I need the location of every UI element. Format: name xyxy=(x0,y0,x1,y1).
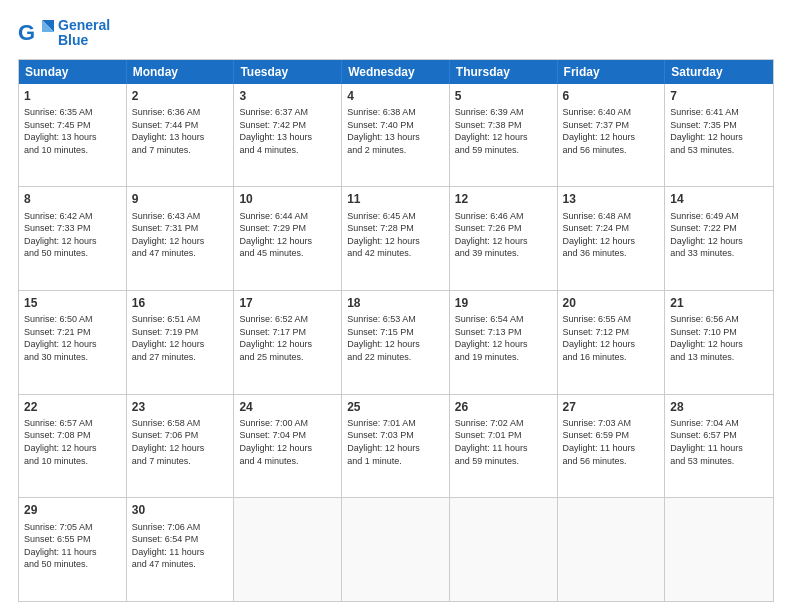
calendar-cell-17: 17Sunrise: 6:52 AM Sunset: 7:17 PM Dayli… xyxy=(234,291,342,394)
day-content: Sunrise: 6:57 AM Sunset: 7:08 PM Dayligh… xyxy=(24,417,121,467)
page: G General Blue SundayMondayTuesdayWednes… xyxy=(0,0,792,612)
calendar-cell-9: 9Sunrise: 6:43 AM Sunset: 7:31 PM Daylig… xyxy=(127,187,235,290)
weekday-header-thursday: Thursday xyxy=(450,60,558,84)
day-content: Sunrise: 6:51 AM Sunset: 7:19 PM Dayligh… xyxy=(132,313,229,363)
calendar-cell-10: 10Sunrise: 6:44 AM Sunset: 7:29 PM Dayli… xyxy=(234,187,342,290)
day-content: Sunrise: 6:50 AM Sunset: 7:21 PM Dayligh… xyxy=(24,313,121,363)
calendar-cell-19: 19Sunrise: 6:54 AM Sunset: 7:13 PM Dayli… xyxy=(450,291,558,394)
calendar-cell-22: 22Sunrise: 6:57 AM Sunset: 7:08 PM Dayli… xyxy=(19,395,127,498)
weekday-header-monday: Monday xyxy=(127,60,235,84)
calendar-cell-empty-4-6 xyxy=(665,498,773,601)
day-number: 8 xyxy=(24,191,121,207)
day-number: 9 xyxy=(132,191,229,207)
day-number: 13 xyxy=(563,191,660,207)
calendar-row-4: 22Sunrise: 6:57 AM Sunset: 7:08 PM Dayli… xyxy=(19,394,773,498)
day-number: 27 xyxy=(563,399,660,415)
day-content: Sunrise: 6:49 AM Sunset: 7:22 PM Dayligh… xyxy=(670,210,768,260)
calendar-cell-7: 7Sunrise: 6:41 AM Sunset: 7:35 PM Daylig… xyxy=(665,84,773,187)
day-content: Sunrise: 7:06 AM Sunset: 6:54 PM Dayligh… xyxy=(132,521,229,571)
header: G General Blue xyxy=(18,18,774,49)
day-number: 12 xyxy=(455,191,552,207)
day-content: Sunrise: 6:58 AM Sunset: 7:06 PM Dayligh… xyxy=(132,417,229,467)
day-content: Sunrise: 6:43 AM Sunset: 7:31 PM Dayligh… xyxy=(132,210,229,260)
day-number: 6 xyxy=(563,88,660,104)
day-number: 29 xyxy=(24,502,121,518)
day-number: 26 xyxy=(455,399,552,415)
calendar-cell-13: 13Sunrise: 6:48 AM Sunset: 7:24 PM Dayli… xyxy=(558,187,666,290)
calendar-row-1: 1Sunrise: 6:35 AM Sunset: 7:45 PM Daylig… xyxy=(19,84,773,187)
calendar-cell-21: 21Sunrise: 6:56 AM Sunset: 7:10 PM Dayli… xyxy=(665,291,773,394)
calendar-cell-5: 5Sunrise: 6:39 AM Sunset: 7:38 PM Daylig… xyxy=(450,84,558,187)
calendar-cell-30: 30Sunrise: 7:06 AM Sunset: 6:54 PM Dayli… xyxy=(127,498,235,601)
weekday-header-friday: Friday xyxy=(558,60,666,84)
day-content: Sunrise: 6:46 AM Sunset: 7:26 PM Dayligh… xyxy=(455,210,552,260)
calendar-cell-empty-4-5 xyxy=(558,498,666,601)
day-content: Sunrise: 6:38 AM Sunset: 7:40 PM Dayligh… xyxy=(347,106,444,156)
day-number: 20 xyxy=(563,295,660,311)
day-content: Sunrise: 6:40 AM Sunset: 7:37 PM Dayligh… xyxy=(563,106,660,156)
day-number: 2 xyxy=(132,88,229,104)
day-content: Sunrise: 7:03 AM Sunset: 6:59 PM Dayligh… xyxy=(563,417,660,467)
day-number: 1 xyxy=(24,88,121,104)
day-number: 28 xyxy=(670,399,768,415)
day-number: 16 xyxy=(132,295,229,311)
calendar-cell-18: 18Sunrise: 6:53 AM Sunset: 7:15 PM Dayli… xyxy=(342,291,450,394)
calendar-cell-empty-4-2 xyxy=(234,498,342,601)
day-content: Sunrise: 7:02 AM Sunset: 7:01 PM Dayligh… xyxy=(455,417,552,467)
calendar-row-5: 29Sunrise: 7:05 AM Sunset: 6:55 PM Dayli… xyxy=(19,497,773,601)
calendar-row-2: 8Sunrise: 6:42 AM Sunset: 7:33 PM Daylig… xyxy=(19,186,773,290)
day-number: 17 xyxy=(239,295,336,311)
day-content: Sunrise: 6:56 AM Sunset: 7:10 PM Dayligh… xyxy=(670,313,768,363)
day-number: 21 xyxy=(670,295,768,311)
day-content: Sunrise: 7:00 AM Sunset: 7:04 PM Dayligh… xyxy=(239,417,336,467)
day-number: 3 xyxy=(239,88,336,104)
calendar: SundayMondayTuesdayWednesdayThursdayFrid… xyxy=(18,59,774,602)
day-number: 22 xyxy=(24,399,121,415)
calendar-cell-23: 23Sunrise: 6:58 AM Sunset: 7:06 PM Dayli… xyxy=(127,395,235,498)
day-content: Sunrise: 7:04 AM Sunset: 6:57 PM Dayligh… xyxy=(670,417,768,467)
day-content: Sunrise: 6:39 AM Sunset: 7:38 PM Dayligh… xyxy=(455,106,552,156)
day-content: Sunrise: 6:53 AM Sunset: 7:15 PM Dayligh… xyxy=(347,313,444,363)
weekday-header-tuesday: Tuesday xyxy=(234,60,342,84)
calendar-cell-27: 27Sunrise: 7:03 AM Sunset: 6:59 PM Dayli… xyxy=(558,395,666,498)
day-number: 19 xyxy=(455,295,552,311)
day-content: Sunrise: 6:37 AM Sunset: 7:42 PM Dayligh… xyxy=(239,106,336,156)
calendar-cell-15: 15Sunrise: 6:50 AM Sunset: 7:21 PM Dayli… xyxy=(19,291,127,394)
logo-svg: G xyxy=(18,18,54,48)
day-content: Sunrise: 6:41 AM Sunset: 7:35 PM Dayligh… xyxy=(670,106,768,156)
weekday-header-saturday: Saturday xyxy=(665,60,773,84)
day-content: Sunrise: 6:54 AM Sunset: 7:13 PM Dayligh… xyxy=(455,313,552,363)
calendar-cell-14: 14Sunrise: 6:49 AM Sunset: 7:22 PM Dayli… xyxy=(665,187,773,290)
calendar-cell-12: 12Sunrise: 6:46 AM Sunset: 7:26 PM Dayli… xyxy=(450,187,558,290)
day-content: Sunrise: 6:44 AM Sunset: 7:29 PM Dayligh… xyxy=(239,210,336,260)
day-number: 7 xyxy=(670,88,768,104)
day-number: 18 xyxy=(347,295,444,311)
svg-text:G: G xyxy=(18,20,35,45)
day-content: Sunrise: 7:01 AM Sunset: 7:03 PM Dayligh… xyxy=(347,417,444,467)
day-content: Sunrise: 6:55 AM Sunset: 7:12 PM Dayligh… xyxy=(563,313,660,363)
day-number: 14 xyxy=(670,191,768,207)
day-number: 4 xyxy=(347,88,444,104)
day-content: Sunrise: 6:35 AM Sunset: 7:45 PM Dayligh… xyxy=(24,106,121,156)
calendar-cell-24: 24Sunrise: 7:00 AM Sunset: 7:04 PM Dayli… xyxy=(234,395,342,498)
calendar-cell-29: 29Sunrise: 7:05 AM Sunset: 6:55 PM Dayli… xyxy=(19,498,127,601)
calendar-header: SundayMondayTuesdayWednesdayThursdayFrid… xyxy=(19,60,773,84)
day-content: Sunrise: 6:42 AM Sunset: 7:33 PM Dayligh… xyxy=(24,210,121,260)
weekday-header-sunday: Sunday xyxy=(19,60,127,84)
day-content: Sunrise: 6:36 AM Sunset: 7:44 PM Dayligh… xyxy=(132,106,229,156)
calendar-cell-1: 1Sunrise: 6:35 AM Sunset: 7:45 PM Daylig… xyxy=(19,84,127,187)
calendar-cell-28: 28Sunrise: 7:04 AM Sunset: 6:57 PM Dayli… xyxy=(665,395,773,498)
day-number: 25 xyxy=(347,399,444,415)
calendar-cell-empty-4-4 xyxy=(450,498,558,601)
day-number: 11 xyxy=(347,191,444,207)
calendar-cell-6: 6Sunrise: 6:40 AM Sunset: 7:37 PM Daylig… xyxy=(558,84,666,187)
day-content: Sunrise: 6:52 AM Sunset: 7:17 PM Dayligh… xyxy=(239,313,336,363)
calendar-cell-11: 11Sunrise: 6:45 AM Sunset: 7:28 PM Dayli… xyxy=(342,187,450,290)
day-number: 10 xyxy=(239,191,336,207)
calendar-cell-16: 16Sunrise: 6:51 AM Sunset: 7:19 PM Dayli… xyxy=(127,291,235,394)
logo: G General Blue xyxy=(18,18,110,49)
calendar-cell-3: 3Sunrise: 6:37 AM Sunset: 7:42 PM Daylig… xyxy=(234,84,342,187)
calendar-cell-2: 2Sunrise: 6:36 AM Sunset: 7:44 PM Daylig… xyxy=(127,84,235,187)
day-number: 15 xyxy=(24,295,121,311)
calendar-cell-26: 26Sunrise: 7:02 AM Sunset: 7:01 PM Dayli… xyxy=(450,395,558,498)
